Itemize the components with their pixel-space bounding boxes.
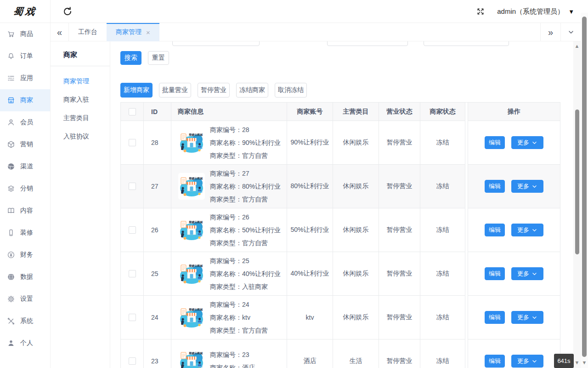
cell-account: ktv bbox=[287, 296, 333, 339]
merchant-info: 商家编号：24 商家名称：ktv 商家类型：官方自营 bbox=[210, 298, 268, 337]
submenu-item-merchant-management[interactable]: 商家管理 bbox=[51, 72, 110, 90]
edit-button[interactable]: 编辑 bbox=[485, 224, 505, 236]
scroll-down-icon[interactable]: ▼ bbox=[573, 360, 581, 365]
col-header-merchant-status: 商家状态 bbox=[420, 103, 465, 121]
bell-icon bbox=[7, 52, 15, 60]
merchant-avatar bbox=[178, 347, 205, 368]
submenu-item-entry-agreement[interactable]: 入驻协议 bbox=[51, 127, 110, 145]
sidebar-item-apps[interactable]: 应用 bbox=[0, 67, 50, 89]
tab-merchant-management[interactable]: 商家管理 × bbox=[107, 23, 159, 41]
tabs-scroll-right-icon[interactable]: » bbox=[540, 23, 560, 41]
row-checkbox[interactable] bbox=[129, 314, 136, 321]
filter-input-2[interactable] bbox=[327, 41, 408, 46]
submenu-item-main-categories[interactable]: 主营类目 bbox=[51, 109, 110, 127]
refresh-icon[interactable] bbox=[62, 6, 73, 17]
row-checkbox[interactable] bbox=[129, 270, 136, 277]
cell-account: 80%让利行业 bbox=[287, 165, 333, 208]
cell-merchant-status: 冻结 bbox=[420, 208, 465, 252]
cell-biz-status: 暂停营业 bbox=[379, 121, 420, 165]
merchant-table: ID 商家信息 商家账号 主营类目 营业状态 商家状态 操作 28 商家编号：2… bbox=[120, 102, 560, 368]
sidebar-item-content[interactable]: 内容 bbox=[0, 200, 50, 222]
close-icon[interactable]: × bbox=[146, 29, 150, 36]
content-scrollbar[interactable]: ▲ ▼ bbox=[573, 41, 581, 368]
cell-biz-status: 暂停营业 bbox=[379, 165, 420, 208]
user-menu[interactable]: admin（系统管理员） ▼ bbox=[497, 7, 574, 16]
sidebar-item-merchant[interactable]: 商家 bbox=[0, 89, 50, 111]
sidebar-item-decoration[interactable]: 装修 bbox=[0, 222, 50, 244]
merchant-avatar bbox=[178, 129, 205, 156]
cell-merchant-status: 冻结 bbox=[420, 252, 465, 296]
merchant-info: 商家编号：28 商家名称：90%让利行业 商家类型：官方自营 bbox=[210, 123, 281, 162]
freeze-merchant-button[interactable]: 冻结商家 bbox=[236, 83, 268, 98]
row-checkbox[interactable] bbox=[129, 139, 136, 146]
collapse-sidebar-icon[interactable]: « bbox=[51, 23, 69, 41]
scroll-down-icon[interactable]: ▼ bbox=[581, 360, 588, 365]
sidebar-item-goods[interactable]: 商品 bbox=[0, 23, 50, 45]
window-scrollbar[interactable]: ▼ bbox=[581, 13, 588, 368]
table-row: 26 商家编号：26 商家名称：50%让利行业 商家类型：官方自营 50%让利行… bbox=[121, 208, 560, 252]
sidebar-item-system[interactable]: 系统 bbox=[0, 310, 50, 332]
edit-button[interactable]: 编辑 bbox=[485, 267, 505, 280]
edit-button[interactable]: 编辑 bbox=[485, 180, 505, 193]
cell-category: 休闲娱乐 bbox=[333, 252, 379, 296]
more-button[interactable]: 更多 bbox=[511, 180, 543, 193]
merchant-info: 商家编号：23 商家名称：酒店 bbox=[210, 348, 255, 368]
merchant-avatar bbox=[178, 172, 205, 200]
fullscreen-icon[interactable] bbox=[476, 7, 485, 16]
more-button[interactable]: 更多 bbox=[511, 136, 543, 149]
app-logo-text: 蜀戏 bbox=[12, 5, 38, 18]
filter-input-1[interactable] bbox=[172, 41, 260, 46]
row-checkbox[interactable] bbox=[129, 226, 136, 234]
sidebar-item-settings[interactable]: 设置 bbox=[0, 288, 50, 310]
cell-category: 休闲娱乐 bbox=[333, 208, 379, 252]
app-logo: 蜀戏 bbox=[0, 0, 51, 23]
cell-merchant-status: 冻结 bbox=[420, 339, 465, 368]
cell-merchant-status: 冻结 bbox=[420, 165, 465, 208]
table-row: 24 商家编号：24 商家名称：ktv 商家类型：官方自营 ktv 休闲娱乐 暂… bbox=[121, 296, 560, 339]
cell-id: 28 bbox=[144, 121, 171, 165]
cell-biz-status: 暂停营业 bbox=[379, 252, 420, 296]
row-checkbox[interactable] bbox=[129, 357, 136, 365]
add-merchant-button[interactable]: 新增商家 bbox=[120, 83, 153, 98]
sidebar-item-members[interactable]: 会员 bbox=[0, 111, 50, 133]
sidebar-item-marketing[interactable]: 营销 bbox=[0, 133, 50, 155]
more-button[interactable]: 更多 bbox=[511, 267, 543, 280]
submenu-item-merchant-entry[interactable]: 商家入驻 bbox=[51, 90, 110, 109]
content-scrollbar-thumb[interactable] bbox=[575, 109, 579, 254]
window-scrollbar-thumb[interactable] bbox=[582, 17, 587, 357]
sidebar-item-channels[interactable]: 渠道 bbox=[0, 155, 50, 178]
tabs-menu-chevron-down-icon[interactable] bbox=[560, 23, 581, 41]
cell-category: 休闲娱乐 bbox=[333, 296, 379, 339]
pause-business-button[interactable]: 暂停营业 bbox=[198, 83, 230, 98]
cell-id: 26 bbox=[144, 208, 171, 252]
sidebar-item-profile[interactable]: 个人 bbox=[0, 332, 50, 354]
cell-biz-status: 暂停营业 bbox=[379, 296, 420, 339]
edit-button[interactable]: 编辑 bbox=[485, 311, 505, 324]
sidebar-item-orders[interactable]: 订单 bbox=[0, 45, 50, 67]
scroll-up-icon[interactable]: ▲ bbox=[573, 43, 581, 49]
cell-merchant-status: 冻结 bbox=[420, 296, 465, 339]
cell-account: 50%让利行业 bbox=[287, 208, 333, 252]
sidebar-item-data[interactable]: 数据 bbox=[0, 266, 50, 288]
edit-button[interactable]: 编辑 bbox=[485, 136, 505, 149]
search-button[interactable]: 搜索 bbox=[120, 51, 141, 65]
col-header-actions: 操作 bbox=[468, 103, 560, 121]
unfreeze-button[interactable]: 取消冻结 bbox=[275, 83, 307, 98]
table-row: 23 商家编号：23 商家名称：酒店 酒店 生活 暂停营业 冻结 编辑 更多 bbox=[121, 339, 560, 368]
edit-button[interactable]: 编辑 bbox=[485, 355, 505, 368]
chevron-down-icon bbox=[531, 271, 537, 277]
phone-icon bbox=[7, 229, 15, 237]
more-button[interactable]: 更多 bbox=[511, 355, 543, 368]
select-all-checkbox[interactable] bbox=[129, 108, 136, 115]
sidebar-item-finance[interactable]: 财务 bbox=[0, 244, 50, 266]
reset-button[interactable]: 重置 bbox=[148, 51, 169, 65]
more-button[interactable]: 更多 bbox=[511, 311, 543, 324]
tab-workbench[interactable]: 工作台 bbox=[69, 23, 107, 41]
filter-input-3[interactable] bbox=[424, 41, 509, 46]
chevron-down-icon bbox=[531, 184, 537, 190]
batch-open-button[interactable]: 批量营业 bbox=[159, 83, 191, 98]
more-button[interactable]: 更多 bbox=[511, 224, 543, 236]
cell-id: 24 bbox=[144, 296, 171, 339]
row-checkbox[interactable] bbox=[129, 183, 136, 190]
sidebar-item-distribution[interactable]: 分销 bbox=[0, 178, 50, 200]
